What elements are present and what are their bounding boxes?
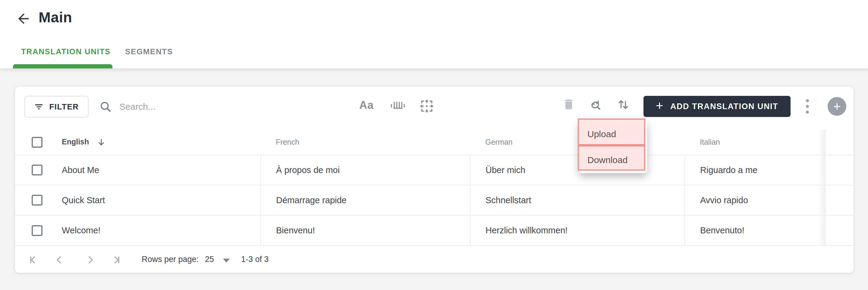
previous-page-icon[interactable] [53,254,65,266]
column-header-english[interactable]: English [47,129,261,155]
row-checkbox[interactable] [32,225,42,236]
add-translation-unit-button[interactable]: + ADD TRANSLATION UNIT [644,96,790,117]
translation-table: EnglishFrenchGermanItalian About MeÀ pro… [15,129,854,245]
trailing-cell [825,185,854,215]
tab-segments[interactable]: SEGMENTS [125,47,173,56]
checkbox-cell [15,155,47,185]
column-header-german[interactable]: German [470,129,685,155]
app-bar: Main TRANSLATION UNITS SEGMENTS [0,0,868,68]
first-page-icon[interactable] [28,254,40,266]
page-range-label: 1-3 of 3 [241,246,269,273]
table-row[interactable]: Quick StartDémarrage rapideSchnellstartA… [15,185,854,215]
next-page-icon[interactable] [84,254,96,266]
add-circle-button[interactable]: + [828,97,846,116]
menu-item-upload[interactable]: Upload [578,118,645,145]
cell[interactable]: Über mich [470,155,685,185]
checkbox-cell [15,185,47,215]
search-icon [99,100,112,113]
plus-icon: + [833,100,841,113]
page-background: FILTER Aa [0,68,868,290]
trailing-column-header [825,129,854,155]
plus-icon: + [656,99,664,112]
menu-item-download[interactable]: Download [578,145,645,171]
row-checkbox[interactable] [32,165,42,175]
search-input[interactable] [119,102,288,112]
table-pagination-footer: Rows per page: 25 1-3 of 3 [15,245,854,273]
table-row[interactable]: About MeÀ propos de moiÜber michRiguardo… [15,155,854,185]
cell[interactable]: Welcome! [47,215,261,245]
cell[interactable]: About Me [47,155,261,185]
column-header-italian[interactable]: Italian [685,129,825,155]
add-translation-unit-label: ADD TRANSLATION UNIT [670,102,778,111]
tab-translation-units[interactable]: TRANSLATION UNITS [21,47,111,56]
cell[interactable]: À propos de moi [261,155,470,185]
filter-icon [34,102,44,112]
active-tab-indicator [13,64,113,68]
page-title: Main [38,8,72,27]
more-options-kebab-icon[interactable] [801,96,814,116]
back-button[interactable] [16,11,31,27]
column-header-french[interactable]: French [261,129,470,155]
trailing-cell [825,155,854,185]
cell[interactable]: Bienvenu! [261,215,470,245]
rows-per-page-label: Rows per page: [142,246,198,273]
filter-button[interactable]: FILTER [24,96,89,118]
select-all-cell [15,129,47,155]
search-box [99,96,316,118]
cell[interactable]: Herzlich willkommen! [470,215,685,245]
sort-icon[interactable] [616,98,630,112]
row-checkbox[interactable] [32,195,42,206]
import-export-menu: UploadDownload [578,118,645,171]
chevron-down-icon[interactable] [223,259,230,263]
last-page-icon[interactable] [110,254,122,266]
delete-icon[interactable] [562,98,575,111]
trailing-cell [825,215,854,245]
refresh-search-icon[interactable] [588,98,602,112]
cell[interactable]: Avvio rapido [685,185,825,215]
table-row[interactable]: Welcome!Bienvenu!Herzlich willkommen!Ben… [15,215,854,245]
cell[interactable]: Quick Start [47,185,261,215]
cell[interactable]: Schnellstart [470,185,685,215]
barcode-icon[interactable] [390,99,406,113]
cell[interactable]: Benvenuto! [685,215,825,245]
cell[interactable]: Démarrage rapide [261,185,470,215]
cell[interactable]: Riguardo a me [685,155,825,185]
rows-per-page-select[interactable]: 25 [205,246,214,273]
arrow-left-icon [16,11,31,27]
checkbox-cell [15,215,47,245]
crop-frame-icon[interactable] [419,98,435,114]
filter-button-label: FILTER [49,102,79,112]
translation-units-card: FILTER Aa [15,87,854,273]
sort-desc-arrow-icon[interactable] [97,138,106,147]
match-case-icon[interactable]: Aa [359,99,374,112]
select-all-checkbox[interactable] [32,137,42,148]
table-body: About MeÀ propos de moiÜber michRiguardo… [15,155,854,245]
table-header: EnglishFrenchGermanItalian [15,129,854,155]
